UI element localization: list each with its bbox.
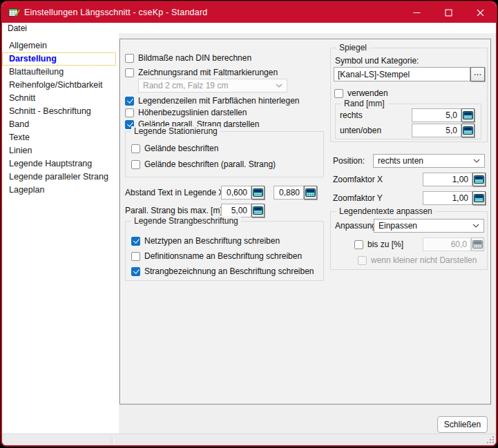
bis-zu-input[interactable] <box>423 237 471 251</box>
window-controls <box>401 2 496 23</box>
checkbox-label: verwenden <box>347 88 388 98</box>
position-row: Position: rechts unten <box>330 154 489 168</box>
minimize-button[interactable] <box>401 2 432 23</box>
parall-max-input[interactable] <box>221 204 251 217</box>
sidebar-item-legende-hauptstrang[interactable]: Legende Hauptstrang <box>2 157 116 171</box>
zoomfaktor-x-input[interactable] <box>423 173 472 186</box>
checkbox-gelaende-beschriften[interactable]: Gelände beschriften <box>131 143 218 154</box>
maximize-button[interactable] <box>432 2 464 23</box>
rand-unten-oben-row: unten/oben <box>340 124 478 137</box>
rand-unten-oben-field <box>412 124 475 137</box>
checkbox-label: wenn kleiner nicht Darstellen <box>371 255 477 265</box>
abstand-x-calculator-button[interactable] <box>251 186 265 199</box>
label-text: Symbol und Kategorie: <box>335 56 419 66</box>
close-dialog-button[interactable]: Schließen <box>437 416 488 433</box>
checkbox-icon <box>131 144 140 153</box>
checkbox-hoehenbezugslinien[interactable]: Höhenbezugslinien darstellen <box>125 107 247 118</box>
sidebar-item-schnitt[interactable]: Schnitt <box>2 92 116 105</box>
group-legende-strangbeschriftung: Legende Strangbeschriftung Netztypen an … <box>125 221 324 281</box>
calculator-icon <box>474 194 484 202</box>
checkbox-netztypen[interactable]: Netztypen an Beschriftung schreiben <box>131 235 280 246</box>
sidebar-item-darstellung[interactable]: Darstellung <box>2 52 116 66</box>
chevron-down-icon <box>473 159 480 163</box>
abstand-x-input[interactable] <box>221 186 251 199</box>
rand-rechts-row: rechts <box>340 108 478 122</box>
zoomfaktor-y-label: Zoomfaktor Y <box>333 193 383 203</box>
calculator-icon <box>305 188 316 197</box>
abstand-x-field <box>221 186 265 199</box>
sidebar-item-band[interactable]: Band <box>2 118 116 131</box>
rand-unten-oben-label: unten/oben <box>340 126 381 135</box>
dropdown-value: Rand 2 cm, Falz 19 cm <box>143 81 228 90</box>
sidebar-item-legende-paralleler-strang[interactable]: Legende paralleler Strang <box>2 171 116 184</box>
nav-list: Allgemein Darstellung Blattaufteilung Re… <box>2 39 119 197</box>
abstand-text-row: Abstand Text in Legende X | Y: <box>125 186 328 199</box>
bis-zu-calculator-button[interactable] <box>471 237 484 251</box>
checkbox-icon <box>125 68 134 77</box>
rand-rechts-calculator-button[interactable] <box>461 108 475 122</box>
sidebar-item-linien[interactable]: Linien <box>2 144 116 157</box>
checkbox-icon <box>358 256 367 265</box>
calculator-icon <box>474 175 484 184</box>
parall-strang-row: Parall. Strang bis max. [m] <box>125 204 328 217</box>
sidebar-item-texte[interactable]: Texte <box>2 131 116 144</box>
checkbox-icon <box>131 160 140 169</box>
position-label: Position: <box>333 156 365 166</box>
checkbox-wenn-kleiner[interactable]: wenn kleiner nicht Darstellen <box>358 255 477 266</box>
calculator-icon <box>253 188 263 197</box>
rand-unten-oben-calculator-button[interactable] <box>461 124 475 137</box>
close-button[interactable] <box>464 2 496 23</box>
bis-zu-row: bis zu [%] <box>331 237 488 251</box>
checkbox-verwenden[interactable]: verwenden <box>334 88 388 99</box>
checkbox-label: Netztypen an Beschriftung schreiben <box>144 236 280 246</box>
dropdown-value: rechts unten <box>378 156 423 166</box>
rand-unten-oben-input[interactable] <box>412 124 461 137</box>
window-title: Einstellungen Längsschnitt - cseKp - Sta… <box>24 8 207 17</box>
right-column: Spiegel Symbol und Kategorie: … verwende… <box>330 39 489 404</box>
parall-max-label: Parall. Strang bis max. [m] <box>125 206 222 215</box>
app-icon <box>8 7 20 18</box>
sidebar-item-schnitt-beschriftung[interactable]: Schnitt - Beschriftung <box>2 105 116 118</box>
close-icon <box>477 9 484 17</box>
checkbox-bis-zu[interactable]: bis zu [%] <box>354 239 403 250</box>
parall-max-field <box>221 204 265 217</box>
position-dropdown[interactable]: rechts unten <box>373 154 485 168</box>
checkbox-label: Definitionsname an Beschriftung schreibe… <box>144 251 302 261</box>
rand-falz-dropdown[interactable]: Rand 2 cm, Falz 19 cm <box>138 79 287 92</box>
checkbox-icon <box>131 237 140 246</box>
checkbox-definitionsname[interactable]: Definitionsname an Beschriftung schreibe… <box>131 251 302 262</box>
sidebar-item-reihenfolge[interactable]: Reihenfolge/Sichtbarkeit <box>2 79 116 92</box>
zoomfaktor-x-calculator-button[interactable] <box>472 173 486 186</box>
zoomfaktor-y-input[interactable] <box>423 191 472 205</box>
zoomfaktor-y-field <box>423 191 486 205</box>
checkbox-zeichnungsrand[interactable]: Zeichnungsrand mit Faltmarkierungen <box>125 67 278 78</box>
calculator-icon <box>253 206 263 215</box>
checkbox-legendenzeilen[interactable]: Legendenzeilen mit Farbflächen hinterleg… <box>125 95 300 106</box>
checkbox-label: Gelände beschriften (parall. Strang) <box>144 159 276 169</box>
zoomfaktor-y-calculator-button[interactable] <box>472 191 486 205</box>
sidebar-item-lageplan[interactable]: Lageplan <box>2 184 116 197</box>
window-titlebar: Einstellungen Längsschnitt - cseKp - Sta… <box>2 2 496 23</box>
symbol-browse-button[interactable]: … <box>470 67 485 81</box>
abstand-y-input[interactable] <box>274 186 304 199</box>
menu-item-datei[interactable]: Datei <box>2 23 31 33</box>
menubar: Datei <box>2 23 496 33</box>
checkbox-icon <box>125 97 134 106</box>
resize-grip[interactable] <box>486 436 495 444</box>
symbol-kategorie-input[interactable] <box>334 67 470 81</box>
checkbox-label: Höhenbezugslinien darstellen <box>138 108 247 117</box>
checkbox-gelaende-beschriften-parall[interactable]: Gelände beschriften (parall. Strang) <box>131 159 276 170</box>
sidebar-item-allgemein[interactable]: Allgemein <box>2 39 116 52</box>
main-panel: Bildmaße nach DIN berechnen Zeichnungsra… <box>119 39 491 405</box>
anpassung-dropdown[interactable]: Einpassen <box>374 219 484 233</box>
calculator-icon <box>463 111 473 119</box>
dropdown-value: Einpassen <box>379 221 417 231</box>
abstand-y-field <box>274 186 317 199</box>
sidebar-item-blattaufteilung[interactable]: Blattaufteilung <box>2 66 116 79</box>
rand-rechts-field <box>412 108 475 122</box>
abstand-y-calculator-button[interactable] <box>304 186 317 199</box>
checkbox-strangbezeichnung[interactable]: Strangbezeichnung an Beschriftung schrei… <box>131 266 314 277</box>
parall-max-calculator-button[interactable] <box>251 204 265 217</box>
checkbox-bildmasse-nach-din[interactable]: Bildmaße nach DIN berechnen <box>125 52 251 64</box>
rand-rechts-input[interactable] <box>412 108 461 122</box>
